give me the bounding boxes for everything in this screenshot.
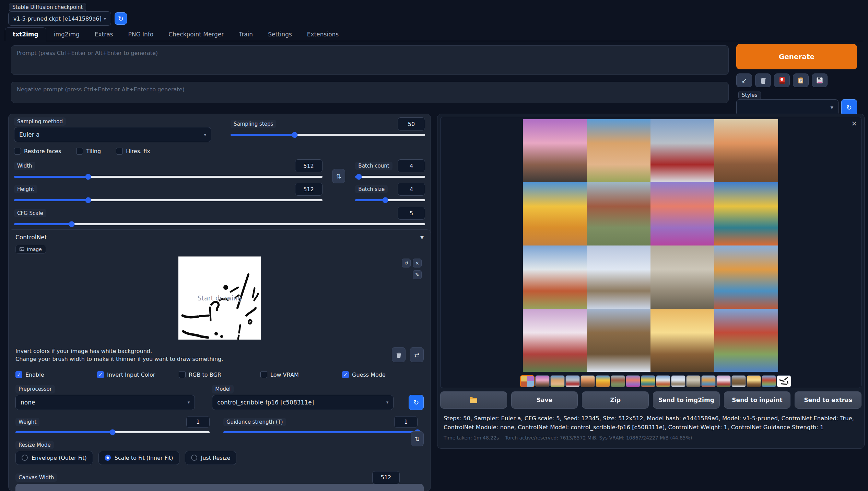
restore-faces-checkbox[interactable]: Restore faces — [14, 148, 61, 155]
canvas-width-value[interactable]: 512 — [372, 471, 400, 484]
hires-fix-checkbox[interactable]: Hires. fix — [116, 148, 150, 155]
controlnet-image-tab[interactable]: Image — [15, 245, 46, 254]
prompt-input[interactable] — [11, 45, 729, 75]
send-to-inpaint-button[interactable]: Send to inpaint — [724, 391, 791, 409]
thumbnail-12[interactable] — [701, 375, 716, 387]
cfg-scale-value[interactable]: 5 — [398, 207, 425, 220]
slider-knob[interactable] — [69, 221, 74, 227]
thumbnail-11[interactable] — [686, 375, 701, 387]
thumbnail-13[interactable] — [716, 375, 731, 387]
swap-canvas-button[interactable]: ⇄ — [410, 347, 424, 362]
sampling-steps-slider[interactable] — [231, 134, 425, 136]
swap-width-height-button[interactable]: ⇅ — [332, 169, 345, 183]
gallery-image-4[interactable] — [714, 119, 778, 182]
undo-button[interactable]: ↺ — [402, 259, 411, 267]
refresh-checkpoints-button[interactable]: ↻ — [115, 12, 127, 25]
weight-value[interactable]: 1 — [186, 416, 210, 428]
guidance-strength-slider[interactable] — [223, 431, 418, 433]
gallery-image-8[interactable] — [714, 182, 778, 246]
save-style-button[interactable] — [812, 73, 828, 87]
thumbnail-6[interactable] — [611, 375, 625, 387]
tiling-checkbox[interactable]: Tiling — [76, 148, 101, 155]
send-to-extras-button[interactable]: Send to extras — [795, 391, 861, 409]
refresh-styles-button[interactable]: ↻ — [841, 99, 857, 116]
height-value[interactable]: 512 — [295, 183, 322, 196]
resize-mode-envelope-outer-fit[interactable]: Envelope (Outer Fit) — [15, 451, 93, 465]
gallery-image-2[interactable] — [587, 119, 650, 182]
gallery-image-15[interactable] — [650, 309, 714, 372]
create-canvas-button-partial[interactable] — [15, 484, 424, 491]
gallery-image-14[interactable] — [587, 309, 650, 372]
gallery-image-3[interactable] — [650, 119, 714, 182]
gallery-image-12[interactable] — [714, 246, 778, 309]
refresh-models-button[interactable]: ↻ — [409, 395, 424, 410]
gallery-image-16[interactable] — [714, 309, 778, 372]
controlnet-checkbox-guess-mode[interactable]: ✓Guess Mode — [342, 371, 424, 378]
thumbnail-16[interactable] — [762, 375, 776, 387]
swap-canvas-dimensions-button[interactable]: ⇅ — [411, 431, 424, 446]
thumbnail-control-map[interactable] — [777, 375, 791, 387]
batch-count-value[interactable]: 4 — [398, 159, 425, 172]
brush-button[interactable]: ✎ — [413, 270, 422, 279]
preprocessor-dropdown[interactable]: none ▾ — [15, 395, 195, 410]
width-value[interactable]: 512 — [295, 159, 322, 172]
send-to-img2img-button[interactable]: Send to img2img — [653, 391, 720, 409]
new-canvas-button[interactable] — [392, 347, 406, 362]
thumbnail-grid[interactable] — [520, 375, 535, 387]
tab-train[interactable]: Train — [231, 28, 260, 41]
controlnet-accordion-header[interactable]: ControlNet ▼ — [15, 234, 424, 241]
thumbnail-10[interactable] — [671, 375, 685, 387]
save-button[interactable]: Save — [511, 391, 578, 409]
gallery-image-5[interactable] — [523, 182, 587, 246]
gallery-image-7[interactable] — [650, 182, 714, 246]
gallery-image-9[interactable] — [523, 246, 587, 309]
batch-size-value[interactable]: 4 — [398, 183, 425, 196]
slider-knob[interactable] — [85, 174, 91, 180]
batch-count-slider[interactable] — [355, 176, 425, 178]
clear-image-button[interactable]: × — [413, 259, 422, 267]
thumbnail-5[interactable] — [596, 375, 610, 387]
thumbnail-3[interactable] — [565, 375, 580, 387]
generate-button[interactable]: Generate — [736, 44, 857, 69]
slider-knob[interactable] — [356, 174, 362, 180]
tab-img2img[interactable]: img2img — [46, 28, 87, 41]
gallery-image-10[interactable] — [587, 246, 650, 309]
width-slider[interactable] — [14, 176, 322, 178]
gallery-image-13[interactable] — [523, 309, 587, 372]
weight-slider[interactable] — [15, 431, 210, 433]
thumbnail-2[interactable] — [550, 375, 565, 387]
sampling-steps-value[interactable]: 50 — [398, 117, 425, 130]
styles-dropdown[interactable]: ▼ — [736, 99, 838, 116]
thumbnail-15[interactable] — [747, 375, 761, 387]
thumbnail-1[interactable] — [535, 375, 550, 387]
controlnet-checkbox-rgb-to-bgr[interactable]: RGB to BGR — [179, 371, 260, 378]
controlnet-drawing-canvas[interactable]: Start drawing — [178, 256, 261, 340]
tab-extensions[interactable]: Extensions — [300, 28, 346, 41]
slider-knob[interactable] — [85, 197, 91, 203]
controlnet-checkbox-low-vram[interactable]: Low VRAM — [260, 371, 342, 378]
thumbnail-7[interactable] — [626, 375, 640, 387]
gallery-image-1[interactable] — [523, 119, 587, 182]
sampling-method-dropdown[interactable]: Euler a ▾ — [14, 127, 211, 142]
checkpoint-dropdown[interactable]: v1-5-pruned.ckpt [e1441589a6] ▾ — [8, 11, 111, 26]
tab-settings[interactable]: Settings — [260, 28, 300, 41]
style-card-button[interactable] — [774, 73, 790, 87]
slider-knob[interactable] — [382, 197, 388, 203]
resize-mode-scale-to-fit-inner-fit[interactable]: Scale to Fit (Inner Fit) — [98, 451, 179, 465]
thumbnail-9[interactable] — [656, 375, 670, 387]
guidance-strength-value[interactable]: 1 — [394, 416, 418, 428]
tab-txt2img[interactable]: txt2img — [5, 27, 46, 41]
tab-extras[interactable]: Extras — [87, 28, 121, 41]
tab-png-info[interactable]: PNG Info — [120, 28, 161, 41]
thumbnail-8[interactable] — [641, 375, 655, 387]
close-gallery-icon[interactable]: × — [851, 120, 857, 127]
height-slider[interactable] — [14, 199, 322, 201]
slider-knob[interactable] — [292, 132, 298, 138]
gallery-image-11[interactable] — [650, 246, 714, 309]
slider-knob[interactable] — [110, 429, 116, 435]
thumbnail-4[interactable] — [580, 375, 595, 387]
apply-style-button[interactable] — [793, 73, 809, 87]
negative-prompt-input[interactable] — [11, 82, 729, 103]
cfg-scale-slider[interactable] — [14, 223, 425, 225]
gallery-grid-image[interactable] — [523, 119, 778, 372]
